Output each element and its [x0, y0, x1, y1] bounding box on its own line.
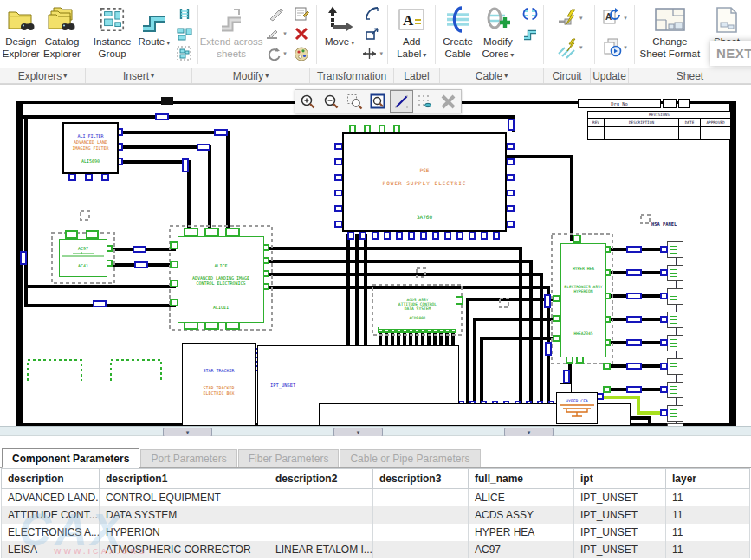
- dropdown-caret: ▾: [63, 72, 67, 80]
- group-update: Update: [591, 68, 629, 83]
- group-explorers[interactable]: Explorers▾: [0, 68, 86, 83]
- core-pins-icon[interactable]: [519, 3, 541, 23]
- component-ac97[interactable]: AC97 AC41: [59, 239, 107, 277]
- zoom-window-button[interactable]: [366, 90, 390, 113]
- ribbon-separator: [594, 5, 595, 64]
- design-explorer-button[interactable]: DesignExplorer: [2, 2, 40, 68]
- component-hyper-cea[interactable]: HYPER CEA: [556, 392, 598, 424]
- instance-group-button[interactable]: InstanceGroup: [90, 2, 135, 68]
- grid-settings-button[interactable]: [413, 90, 437, 113]
- sheet-parameters-icon: [712, 3, 741, 36]
- column-header[interactable]: description2: [269, 469, 373, 489]
- cable-route-icon[interactable]: [519, 23, 541, 43]
- component-pse[interactable]: PSE POWER SUPPLY ELECTRIC 3A760: [342, 132, 507, 232]
- column-header[interactable]: description1: [100, 469, 269, 489]
- component-alice[interactable]: ALICE ADVANCED LANDING IMAGE CONTROL ELE…: [178, 236, 264, 323]
- table-header-row: description description1 description2 de…: [2, 469, 750, 489]
- line-select-button[interactable]: [390, 90, 413, 113]
- tab-cable-or-p-parameters[interactable]: Cable or Pipe Parameters: [340, 449, 480, 467]
- create-cable-button[interactable]: CreateCable: [438, 2, 476, 68]
- component-acds[interactable]: ACDS ASSY ATTITUDE CONTROL DATA SYSTEM A…: [379, 293, 456, 330]
- components-icon[interactable]: [173, 23, 195, 43]
- tab-port-parameters[interactable]: Port Parameters: [140, 449, 236, 467]
- column-header[interactable]: layer: [666, 469, 750, 489]
- circuit-wires-icon[interactable]: ▾: [547, 33, 592, 62]
- ribbon-separator: [634, 5, 635, 64]
- group-modify[interactable]: Modify▾: [192, 68, 310, 83]
- dropdown-caret: ▾: [510, 51, 514, 59]
- rotate-icon[interactable]: ▾: [262, 43, 290, 63]
- zoom-area-button[interactable]: [343, 90, 366, 113]
- component-hyper-hea[interactable]: HYPER HEA ELECTRONICS ASSY HYPERION HHEA…: [560, 243, 606, 357]
- table-row[interactable]: LEISAATMOSPHERIC CORRECTORLINEAR ETALOM …: [2, 541, 750, 558]
- table-row[interactable]: ATTITUDE CONT...DATA SYSTEMACDS ASSYIPT_…: [2, 506, 750, 524]
- column-header[interactable]: description: [2, 469, 100, 489]
- ribbon-separator: [387, 5, 388, 64]
- dropdown-caret: ▾: [166, 39, 170, 47]
- catalog-explorer-button[interactable]: CatalogExplorer: [40, 2, 83, 68]
- hsa-panel-connectors: [661, 241, 683, 426]
- update-labels-icon[interactable]: A▾: [598, 3, 631, 33]
- zoom-out-button[interactable]: [320, 90, 343, 113]
- properties-note-icon[interactable]: [290, 3, 314, 23]
- next-overlay-button[interactable]: NEXT: [710, 41, 751, 66]
- extend-across-sheets-button[interactable]: Extend acrosssheets: [201, 2, 262, 68]
- app-window: DesignExplorer CatalogExplorer InstanceG…: [0, 0, 751, 560]
- change-sheet-format-button[interactable]: ChangeSheet Format: [638, 2, 702, 68]
- modify-cores-button[interactable]: ModifyCores▾: [477, 2, 519, 68]
- add-label-button[interactable]: A AddLabel▾: [391, 2, 432, 68]
- dropdown-caret: ▾: [624, 15, 627, 22]
- group-cable[interactable]: Cable▾: [440, 68, 544, 83]
- table-row[interactable]: ELECTRONICS A...HYPERIONHYPER HEAIPT_UNS…: [2, 524, 750, 541]
- group-insert[interactable]: Insert▾: [86, 68, 192, 83]
- titleblock-drgno: Drg No: [578, 99, 661, 108]
- group-transformation: Transformation: [310, 68, 394, 83]
- delete-icon[interactable]: [290, 23, 314, 43]
- tab-component-parameters[interactable]: Component Parameters: [2, 448, 139, 468]
- table-row[interactable]: ADVANCED LAND...CONTROL EQUIPMENTALICEIP…: [2, 489, 750, 507]
- assign-circuit-icon[interactable]: ▾: [547, 3, 592, 33]
- schematic-canvas[interactable]: ALI FILTER ADVANCED LAND IMAGING FILTER …: [0, 84, 751, 426]
- component-star-tracker[interactable]: STAR TRACKER STAR TRACKER ELECTRIC BOX: [182, 343, 256, 426]
- svg-text:A: A: [403, 12, 414, 29]
- extend-sheets-icon: [217, 3, 246, 36]
- ribbon-separator: [87, 5, 87, 64]
- connector-icon[interactable]: [173, 3, 195, 23]
- arc-angle-icon[interactable]: [359, 3, 385, 23]
- dropdown-caret: ▾: [624, 44, 627, 51]
- space-evenly-icon[interactable]: ▾: [359, 43, 385, 63]
- folder-search-icon: [6, 3, 36, 36]
- modify-cores-icon: [483, 3, 513, 36]
- hsa-panel-label: HSA PANEL: [651, 222, 677, 227]
- column-header[interactable]: ipt: [574, 469, 666, 489]
- parameters-tabbar: Component Parameters Port Parameters Fib…: [0, 436, 751, 468]
- instance-group-icon: [99, 3, 126, 36]
- column-header[interactable]: description3: [373, 469, 469, 489]
- close-toolbar-button[interactable]: [437, 90, 460, 113]
- insert-small-tools: [173, 2, 195, 68]
- edit-route-icon[interactable]: [262, 3, 290, 23]
- zoom-in-button[interactable]: [296, 90, 320, 113]
- tab-fiber-parameters[interactable]: Fiber Parameters: [238, 449, 340, 467]
- color-palette-icon[interactable]: [290, 43, 314, 63]
- group-circuit: Circuit: [544, 68, 591, 83]
- sheet-format-icon: [652, 3, 687, 36]
- move-button[interactable]: Move▾: [320, 2, 359, 68]
- route-button[interactable]: Route▾: [135, 2, 173, 68]
- dropdown-caret: ▾: [151, 72, 154, 80]
- group-label: Label: [394, 68, 440, 83]
- column-header[interactable]: full_name: [469, 469, 574, 489]
- update-sheets-icon[interactable]: ▾: [598, 33, 631, 62]
- dropdown-caret: ▾: [504, 72, 508, 80]
- dropdown-caret: ▾: [351, 39, 354, 47]
- component-ali-filter[interactable]: ALI FILTER ADVANCED LAND IMAGING FILTER …: [62, 122, 119, 174]
- dropdown-caret: ▾: [283, 50, 287, 57]
- canvas-zoom-toolbar: [295, 89, 462, 113]
- edit-segment-icon[interactable]: ▾: [262, 23, 290, 43]
- update-tools: A▾ ▾: [598, 2, 631, 68]
- group-outline-icon[interactable]: [173, 43, 195, 63]
- ribbon-group-bar: Explorers▾ Insert▾ Modify▾ Transformatio…: [0, 68, 751, 84]
- move-icon: [325, 3, 354, 36]
- scale-icon[interactable]: [359, 23, 385, 43]
- dropdown-caret: ▾: [379, 50, 383, 57]
